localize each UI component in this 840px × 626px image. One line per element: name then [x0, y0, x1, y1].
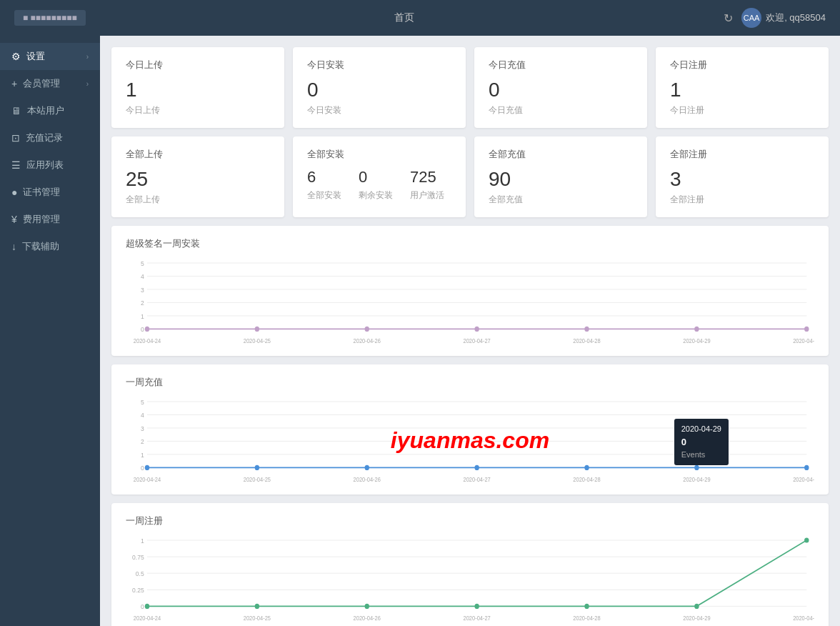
stat-value: 1 — [670, 80, 814, 100]
svg-text:4: 4 — [141, 412, 144, 419]
sidebar-icon-apps: ☰ — [11, 159, 21, 171]
svg-text:0: 0 — [141, 464, 144, 472]
sidebar-label-download: 下载辅助 — [22, 240, 59, 253]
sidebar-item-inner: ⚙ 设置 — [11, 50, 45, 63]
sidebar-item-settings[interactable]: ⚙ 设置 › — [0, 43, 100, 70]
svg-text:0: 0 — [141, 603, 144, 611]
today-stat-card-2: 今日充值 0 今日充值 — [474, 47, 647, 128]
svg-text:1: 1 — [141, 451, 144, 459]
stat-value: 3 — [670, 169, 814, 189]
svg-point-69 — [145, 604, 149, 609]
total-stat-card-1: 全部安装 6 全部安装 0 剩余安装 725 用户激活 — [293, 136, 466, 217]
svg-point-25 — [804, 327, 809, 332]
stat-value: 90 — [489, 169, 633, 189]
chart-card-registrations: 一周注册 10.750.50.250 2020-04-242020-04-252… — [111, 503, 829, 626]
svg-text:3: 3 — [141, 286, 144, 294]
svg-point-73 — [584, 604, 589, 609]
sidebar-item-apps[interactable]: ☰ 应用列表 — [0, 151, 100, 179]
stat-value: 0 — [489, 80, 633, 100]
sidebar-item-inner: ☰ 应用列表 — [11, 159, 64, 172]
svg-text:4: 4 — [141, 273, 144, 281]
stat-title: 今日充值 — [489, 59, 633, 71]
svg-point-47 — [365, 465, 369, 470]
svg-text:2020-04-29: 2020-04-29 — [683, 476, 711, 482]
stat-value: 25 — [126, 169, 270, 189]
stat-label: 剩余安装 — [359, 189, 393, 202]
sidebar-item-inner: + 会员管理 — [11, 77, 60, 90]
svg-text:1: 1 — [141, 537, 144, 545]
chart-card-installs: 超级签名一周安装 543210 2020-04-242020-04-252020… — [111, 226, 829, 356]
sidebar-item-recharge[interactable]: ⊡ 充值记录 — [0, 124, 100, 151]
sidebar-item-inner: ● 证书管理 — [11, 186, 60, 199]
stat-value: 725 — [410, 169, 444, 185]
svg-text:2020-04-25: 2020-04-25 — [244, 476, 271, 482]
svg-text:2020-04-26: 2020-04-26 — [354, 476, 381, 482]
sidebar-item-member[interactable]: + 会员管理 › — [0, 70, 100, 97]
svg-point-19 — [145, 327, 149, 332]
sidebar-item-billing[interactable]: ¥ 费用管理 — [0, 206, 100, 233]
total-stats-row: 全部上传 25 全部上传 全部安装 6 全部安装 0 剩余安装 725 用户激活… — [111, 136, 829, 217]
sidebar-icon-member: + — [11, 78, 17, 89]
stat-value: 6 — [307, 169, 341, 185]
stat-label: 全部注册 — [670, 194, 814, 206]
today-stat-card-3: 今日注册 1 今日注册 — [656, 47, 829, 128]
sidebar-item-inner: ↓ 下载辅助 — [11, 240, 59, 253]
svg-point-46 — [255, 465, 259, 470]
total-stat-card-2: 全部充值 90 全部充值 — [474, 136, 647, 217]
stat-value: 0 — [307, 80, 451, 100]
chevron-right-icon: › — [86, 53, 89, 61]
svg-point-75 — [804, 537, 809, 542]
svg-text:5: 5 — [141, 259, 144, 267]
svg-text:0.25: 0.25 — [132, 586, 144, 594]
sidebar-item-download[interactable]: ↓ 下载辅助 — [0, 233, 100, 260]
stat-title: 今日上传 — [126, 59, 270, 71]
svg-text:2: 2 — [141, 438, 144, 446]
chart-area-recharges: 543210 2020-04-242020-04-252020-04-26202… — [126, 397, 814, 483]
chart-area-installs: 543210 2020-04-242020-04-252020-04-26202… — [126, 259, 814, 344]
svg-point-23 — [584, 327, 589, 332]
stat-title: 全部注册 — [670, 148, 814, 161]
header: ■ ■■■■■■■■■ 首页 ↻ CAA 欢迎, qq58504 — [0, 0, 840, 36]
svg-text:2: 2 — [141, 299, 144, 307]
sidebar-item-cert[interactable]: ● 证书管理 — [0, 179, 100, 206]
header-right: ↻ CAA 欢迎, qq58504 — [724, 8, 826, 28]
svg-text:2020-04-24: 2020-04-24 — [134, 615, 161, 621]
avatar: CAA — [741, 8, 761, 28]
stat-label: 今日注册 — [670, 104, 814, 116]
sidebar-label-cert: 证书管理 — [23, 186, 60, 199]
refresh-icon[interactable]: ↻ — [724, 11, 733, 25]
today-stat-card-0: 今日上传 1 今日上传 — [111, 47, 284, 128]
header-title: 首页 — [394, 11, 414, 24]
sidebar-item-inner: 🖥 本站用户 — [11, 104, 64, 117]
sidebar: ⚙ 设置 › + 会员管理 › 🖥 本站用户 ⊡ 充值记录 ☰ 应用列表 ● 证… — [0, 36, 100, 626]
svg-point-50 — [694, 465, 699, 470]
chart-area-registrations: 10.750.50.250 2020-04-242020-04-252020-0… — [126, 536, 814, 622]
svg-text:0.75: 0.75 — [132, 553, 144, 561]
svg-text:0.5: 0.5 — [136, 570, 144, 577]
svg-text:3: 3 — [141, 424, 144, 432]
header-logo: ■ ■■■■■■■■■ — [14, 10, 86, 26]
stat-label: 今日安装 — [307, 104, 451, 116]
svg-point-21 — [365, 327, 369, 332]
sidebar-item-inner: ¥ 费用管理 — [11, 213, 60, 226]
sidebar-icon-download: ↓ — [11, 241, 16, 252]
svg-text:2020-04-28: 2020-04-28 — [573, 476, 601, 482]
sidebar-label-recharge: 充值记录 — [26, 131, 63, 144]
svg-text:2020-04-26: 2020-04-26 — [354, 337, 381, 344]
sidebar-label-billing: 费用管理 — [23, 213, 60, 226]
stat-multi-item: 725 用户激活 — [410, 169, 444, 202]
svg-text:2020-04-30: 2020-04-30 — [793, 337, 814, 344]
user-text: 欢迎, qq58504 — [766, 11, 826, 24]
stat-label: 今日充值 — [489, 104, 633, 116]
svg-point-24 — [694, 327, 699, 332]
stat-title: 全部安装 — [307, 148, 451, 161]
svg-point-20 — [255, 327, 259, 332]
stat-title: 全部上传 — [126, 148, 270, 161]
stat-label: 全部充值 — [489, 194, 633, 206]
svg-point-22 — [474, 327, 479, 332]
svg-text:2020-04-29: 2020-04-29 — [683, 615, 711, 621]
sidebar-item-local-users[interactable]: 🖥 本站用户 — [0, 97, 100, 124]
header-user: CAA 欢迎, qq58504 — [741, 8, 826, 28]
svg-text:2020-04-27: 2020-04-27 — [463, 615, 491, 621]
sidebar-icon-billing: ¥ — [11, 214, 17, 225]
